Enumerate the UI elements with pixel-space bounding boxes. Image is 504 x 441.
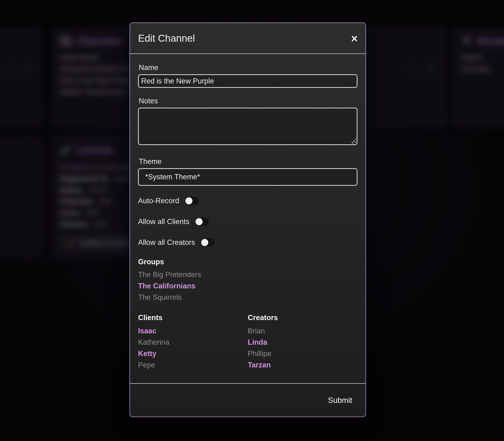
name-label: Name bbox=[139, 63, 357, 72]
allow-all-creators-toggle[interactable] bbox=[201, 238, 214, 247]
creator-option[interactable]: Linda bbox=[248, 337, 357, 348]
clients-list: Isaac Katherina Ketty Pepe bbox=[138, 325, 248, 371]
group-option[interactable]: The Squirrels bbox=[138, 292, 357, 303]
modal-body: Name Notes Theme *System Theme* Auto-Rec… bbox=[130, 54, 366, 383]
auto-record-label: Auto-Record bbox=[138, 197, 179, 205]
submit-button[interactable]: Submit bbox=[328, 396, 352, 405]
group-option[interactable]: The Californians bbox=[138, 280, 357, 292]
edit-channel-modal: Edit Channel × Name Notes Theme *System … bbox=[130, 22, 366, 417]
allow-all-clients-label: Allow all Clients bbox=[138, 218, 189, 226]
client-option[interactable]: Ketty bbox=[138, 348, 248, 359]
clients-column: Clients Isaac Katherina Ketty Pepe bbox=[138, 312, 248, 371]
toggle-knob bbox=[185, 197, 193, 205]
allow-all-clients-toggle[interactable] bbox=[195, 218, 209, 226]
creator-option[interactable]: Tarzan bbox=[248, 359, 357, 371]
notes-label: Notes bbox=[139, 97, 357, 105]
clients-creators-columns: Clients Isaac Katherina Ketty Pepe Creat… bbox=[138, 312, 357, 371]
close-icon[interactable]: × bbox=[350, 34, 358, 43]
creators-list: Brian Linda Phillipe Tarzan bbox=[248, 325, 357, 371]
allow-all-creators-label: Allow all Creators bbox=[138, 238, 195, 247]
theme-selected-value: *System Theme* bbox=[145, 173, 200, 181]
client-option[interactable]: Katherina bbox=[138, 337, 248, 348]
auto-record-row: Auto-Record bbox=[138, 197, 357, 205]
groups-heading: Groups bbox=[138, 258, 357, 266]
notes-input[interactable] bbox=[138, 108, 357, 145]
creator-option[interactable]: Brian bbox=[248, 325, 357, 337]
toggle-knob bbox=[195, 218, 203, 225]
groups-list: The Big Pretenders The Californians The … bbox=[138, 269, 357, 303]
notes-field-wrap bbox=[138, 108, 357, 145]
creator-option[interactable]: Phillipe bbox=[248, 348, 357, 359]
modal-footer: Submit bbox=[130, 383, 366, 417]
theme-select[interactable]: *System Theme* bbox=[138, 168, 357, 186]
allow-all-creators-row: Allow all Creators bbox=[138, 238, 357, 247]
theme-label: Theme bbox=[139, 157, 357, 166]
name-input[interactable] bbox=[138, 74, 357, 88]
modal-title: Edit Channel bbox=[138, 33, 195, 44]
clients-heading: Clients bbox=[138, 312, 248, 323]
creators-heading: Creators bbox=[248, 312, 357, 323]
auto-record-toggle[interactable] bbox=[185, 197, 199, 205]
toggle-knob bbox=[201, 239, 208, 246]
group-option[interactable]: The Big Pretenders bbox=[138, 269, 357, 280]
allow-all-clients-row: Allow all Clients bbox=[138, 218, 357, 226]
creators-column: Creators Brian Linda Phillipe Tarzan bbox=[248, 312, 357, 371]
client-option[interactable]: Pepe bbox=[138, 359, 248, 371]
client-option[interactable]: Isaac bbox=[138, 325, 248, 337]
modal-header: Edit Channel × bbox=[130, 23, 366, 54]
